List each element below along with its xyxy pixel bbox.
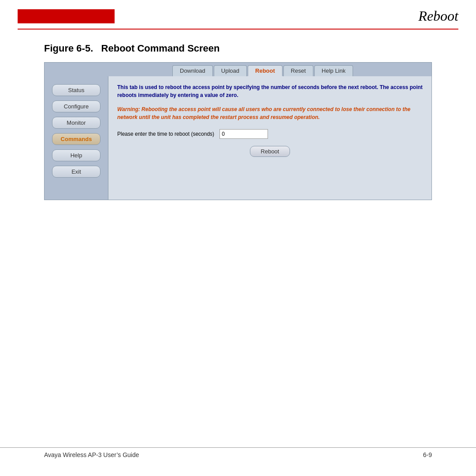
sidebar-item-commands[interactable]: Commands (52, 133, 100, 145)
figure-heading: Figure 6-5. Reboot Command Screen (44, 43, 458, 54)
header-divider (18, 29, 458, 30)
ui-panel: Download Upload Reboot Reset Help Link S… (44, 62, 432, 200)
tab-download[interactable]: Download (172, 65, 213, 76)
page-title: Reboot (418, 8, 458, 24)
reboot-form: Please enter the time to reboot (seconds… (117, 129, 423, 139)
reboot-label: Please enter the time to reboot (seconds… (117, 131, 214, 137)
sidebar-item-configure[interactable]: Configure (52, 100, 100, 112)
footer-left: Avaya Wireless AP-3 User’s Guide (44, 451, 139, 458)
footer-right: 6-9 (423, 451, 432, 458)
sidebar-item-exit[interactable]: Exit (52, 166, 100, 178)
reboot-button-wrap: Reboot (117, 146, 423, 157)
info-text: This tab is used to reboot the access po… (117, 83, 423, 99)
page-footer: Avaya Wireless AP-3 User’s Guide 6-9 (0, 447, 476, 458)
sidebar-item-status[interactable]: Status (52, 84, 100, 96)
tab-helplink[interactable]: Help Link (314, 65, 353, 76)
tab-bar: Download Upload Reboot Reset Help Link (45, 63, 431, 76)
tab-reset[interactable]: Reset (283, 65, 313, 76)
header-red-bar (18, 9, 115, 23)
sidebar-item-monitor[interactable]: Monitor (52, 117, 100, 129)
sidebar: Status Configure Monitor Commands Help E… (45, 76, 108, 200)
page-header: Reboot (0, 0, 476, 29)
panel-body: Status Configure Monitor Commands Help E… (45, 76, 431, 200)
reboot-seconds-input[interactable] (219, 129, 268, 139)
sidebar-item-help[interactable]: Help (52, 149, 100, 161)
tab-reboot[interactable]: Reboot (248, 65, 283, 76)
warning-text: Warning: Rebooting the access point will… (117, 105, 423, 121)
tab-upload[interactable]: Upload (214, 65, 247, 76)
reboot-button[interactable]: Reboot (250, 146, 290, 157)
content-area: This tab is used to reboot the access po… (108, 76, 431, 200)
